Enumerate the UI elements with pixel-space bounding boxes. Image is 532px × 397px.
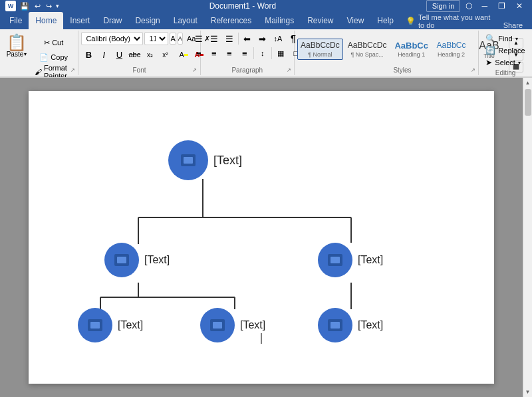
line-spacing-button[interactable]: ↕ [255, 47, 270, 60]
find-button[interactable]: 🔍 Find ▾ [483, 33, 527, 44]
tab-help[interactable]: Help [370, 12, 400, 29]
find-icon: 🔍 [485, 34, 495, 43]
scissors-icon: ✂ [44, 39, 50, 47]
tab-file[interactable]: File [3, 12, 29, 29]
window-title: Document1 - Word [59, 1, 426, 11]
increase-indent-button[interactable]: ➡ [255, 32, 270, 45]
paintbrush-icon: 🖌 [35, 68, 42, 76]
font-face-select[interactable]: Calibri (Body) [81, 32, 143, 45]
close-button[interactable]: ✕ [512, 0, 527, 12]
justify-button[interactable]: ≡ [237, 47, 252, 60]
share-button[interactable]: Share [497, 21, 529, 29]
align-left-button[interactable]: ≡ [192, 47, 206, 60]
italic-button[interactable]: I [96, 48, 111, 61]
lightbulb-icon: 💡 [406, 17, 416, 26]
text-cursor [261, 333, 262, 344]
word-icon: W [5, 1, 16, 11]
align-right-button[interactable]: ≡ [222, 47, 237, 60]
scroll-up-arrow[interactable]: ▲ [525, 78, 531, 88]
underline-button[interactable]: U [112, 48, 126, 61]
superscript-button[interactable]: x² [158, 48, 172, 61]
org-node-rl[interactable]: [Text] [318, 308, 383, 342]
shading-button[interactable]: ▦ [273, 47, 288, 60]
tab-layout[interactable]: Layout [167, 12, 204, 29]
style-normal[interactable]: AaBbCcDc ¶ Normal [297, 39, 343, 60]
subscript-button[interactable]: x₂ [142, 48, 157, 61]
replace-button[interactable]: 🔄 Replace [483, 45, 527, 56]
styles-expand[interactable]: ↗ [469, 66, 477, 74]
bullets-button[interactable]: ☰ [192, 32, 206, 45]
copy-icon: 📄 [39, 53, 49, 62]
org-node-ll[interactable]: [Text] [78, 308, 143, 342]
paragraph-expand[interactable]: ↗ [285, 66, 293, 74]
minimize-button[interactable]: ─ [477, 0, 491, 12]
tab-view[interactable]: View [340, 12, 371, 29]
tab-insert[interactable]: Insert [63, 12, 96, 29]
font-size-select[interactable]: 11 [144, 32, 168, 45]
font-shrink-button[interactable]: A [178, 33, 183, 45]
style-heading2[interactable]: AaBbCc Heading 2 [433, 39, 469, 60]
tab-draw[interactable]: Draw [96, 12, 128, 29]
multilevel-button[interactable]: ☰ [222, 32, 237, 45]
select-button[interactable]: ➤ Select ▾ [483, 57, 527, 68]
signin-button[interactable]: Sign in [426, 0, 461, 12]
tab-home[interactable]: Home [29, 12, 63, 29]
decrease-indent-button[interactable]: ⬅ [240, 32, 255, 45]
bold-button[interactable]: B [81, 48, 96, 61]
style-no-spacing[interactable]: AaBbCcDc ¶ No Spac... [344, 39, 390, 60]
ribbon-collapse-icon[interactable]: ⬡ [463, 0, 475, 12]
select-icon: ➤ [485, 58, 492, 67]
numbering-button[interactable]: ☰ [207, 32, 221, 45]
org-node-right[interactable]: [Text] [318, 243, 383, 277]
restore-button[interactable]: ❐ [494, 0, 509, 12]
font-expand[interactable]: ↗ [191, 66, 199, 74]
org-node-lm[interactable]: [Text] [200, 308, 265, 342]
replace-icon: 🔄 [485, 46, 495, 55]
text-highlight-button[interactable]: A [176, 48, 191, 61]
tell-me-input[interactable]: 💡 Tell me what you want to do [400, 13, 497, 29]
cut-button[interactable]: ✂ Cut [32, 36, 75, 49]
org-node-root[interactable]: [Text] [168, 140, 242, 180]
font-grow-button[interactable]: A [170, 33, 176, 45]
tab-review[interactable]: Review [301, 12, 340, 29]
scroll-down-arrow[interactable]: ▼ [525, 387, 531, 397]
tab-design[interactable]: Design [128, 12, 166, 29]
center-button[interactable]: ≡ [207, 47, 221, 60]
quick-redo[interactable]: ↪ [45, 1, 53, 11]
tab-references[interactable]: References [204, 12, 258, 29]
quick-save[interactable]: 💾 [19, 1, 31, 11]
document-area: [Text] [Text] [Text] [0, 78, 523, 397]
vertical-scrollbar[interactable]: ▲ ▼ [523, 78, 532, 397]
document-page[interactable]: [Text] [Text] [Text] [29, 91, 494, 384]
paste-button[interactable]: 📋 Paste ▾ [3, 33, 31, 59]
sort-button[interactable]: ↕A [271, 32, 285, 45]
tab-mailings[interactable]: Mailings [258, 12, 301, 29]
style-heading1[interactable]: AaBbCc Heading 1 [391, 39, 432, 61]
strikethrough-button[interactable]: abc [127, 48, 142, 61]
org-node-left[interactable]: [Text] [104, 243, 170, 277]
scroll-thumb[interactable] [525, 89, 531, 116]
copy-button[interactable]: 📄 Copy [32, 51, 75, 64]
quick-undo[interactable]: ↩ [33, 1, 42, 11]
clipboard-expand[interactable]: ↗ [68, 66, 76, 74]
